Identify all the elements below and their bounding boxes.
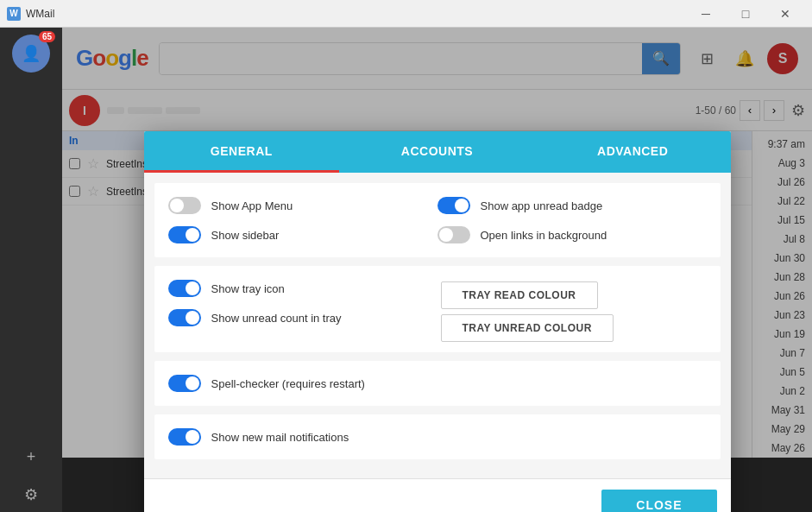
settings-col-right: Show app unread badge Open links in back… (437, 193, 707, 247)
app-icon: W (7, 7, 21, 21)
settings-group-spellcheck: Spell-checker (requires restart) (154, 361, 721, 406)
dialog-close-button[interactable]: CLOSE (601, 490, 716, 512)
tab-advanced[interactable]: ADVANCED (535, 131, 731, 173)
tray-read-colour-button[interactable]: TRAY READ COLOUR (441, 281, 598, 309)
show-tray-icon-row: Show tray icon (168, 276, 434, 300)
toggle-knob (170, 199, 184, 212)
toggle-knob (186, 311, 199, 325)
tray-unread-colour-button[interactable]: TRAY UNREAD COLOUR (441, 314, 614, 342)
show-tray-icon-toggle[interactable] (168, 280, 201, 297)
spell-checker-label: Spell-checker (requires restart) (211, 377, 707, 390)
settings-button[interactable]: ⚙ (14, 477, 48, 512)
title-bar-title: WMail (26, 8, 686, 20)
show-unread-count-label: Show unread count in tray (211, 312, 434, 325)
settings-group-tray: Show tray icon Show unread count in tray (154, 266, 721, 352)
open-links-bg-row: Open links in background (437, 223, 707, 247)
maximize-button[interactable]: □ (726, 0, 765, 28)
gear-icon: ⚙ (24, 485, 38, 504)
open-links-bg-label: Open links in background (481, 229, 707, 242)
show-notifications-row: Show new mail notifications (168, 425, 707, 449)
left-sidebar: 👤 65 + ⚙ (0, 28, 62, 512)
toggle-knob (439, 228, 453, 242)
toggle-knob (186, 281, 199, 295)
show-sidebar-row: Show sidebar (168, 223, 437, 247)
show-app-menu-toggle[interactable] (168, 197, 201, 214)
main-area: 👤 65 + ⚙ Google 🔍 ⊞ 🔔 S (0, 28, 812, 512)
show-sidebar-toggle[interactable] (168, 226, 201, 243)
open-links-bg-toggle[interactable] (437, 226, 470, 243)
settings-col-left: Show App Menu Show sidebar (168, 193, 437, 247)
tab-general[interactable]: GENERAL (144, 131, 340, 173)
show-app-menu-row: Show App Menu (168, 193, 437, 218)
show-unread-badge-row: Show app unread badge (437, 193, 707, 218)
content-area: Google 🔍 ⊞ 🔔 S I 1-50 / 60 ‹ (62, 28, 812, 512)
settings-group-notifications: Show new mail notifications (154, 414, 721, 459)
toggle-knob (186, 430, 199, 444)
settings-tray-col-left: Show tray icon Show unread count in tray (168, 276, 434, 330)
minimize-button[interactable]: ─ (686, 0, 726, 28)
show-notifications-label: Show new mail notifications (211, 431, 707, 444)
title-bar: W WMail ─ □ ✕ (0, 0, 812, 28)
add-icon: + (27, 448, 36, 466)
show-app-menu-label: Show App Menu (211, 199, 437, 212)
show-unread-count-row: Show unread count in tray (168, 306, 434, 330)
spell-checker-toggle[interactable] (168, 375, 201, 392)
dialog-tabs: GENERAL ACCOUNTS ADVANCED (144, 131, 731, 173)
unread-badge: 65 (39, 31, 55, 42)
dialog-content: Show App Menu Show sidebar (144, 173, 731, 478)
spell-checker-row: Spell-checker (requires restart) (168, 371, 707, 395)
show-unread-badge-toggle[interactable] (437, 197, 470, 214)
show-notifications-toggle[interactable] (168, 428, 201, 446)
show-sidebar-label: Show sidebar (211, 229, 437, 242)
show-tray-icon-label: Show tray icon (211, 282, 434, 295)
user-avatar-container[interactable]: 👤 65 (12, 35, 50, 73)
window-close-button[interactable]: ✕ (765, 0, 805, 28)
show-unread-badge-label: Show app unread badge (481, 199, 707, 212)
settings-tray-col-right: TRAY READ COLOUR TRAY UNREAD COLOUR (434, 276, 707, 342)
settings-group-display: Show App Menu Show sidebar (154, 183, 721, 257)
add-account-button[interactable]: + (14, 439, 48, 474)
toggle-knob (186, 228, 199, 242)
window-controls: ─ □ ✕ (686, 0, 805, 28)
settings-dialog: GENERAL ACCOUNTS ADVANCED (144, 131, 731, 512)
toggle-knob (455, 199, 469, 212)
show-unread-count-toggle[interactable] (168, 309, 201, 326)
dialog-footer: CLOSE (144, 478, 731, 512)
app-icon-letter: W (9, 9, 17, 18)
tab-accounts[interactable]: ACCOUNTS (339, 131, 535, 173)
toggle-knob (186, 376, 199, 390)
dialog-overlay: GENERAL ACCOUNTS ADVANCED (62, 28, 812, 512)
